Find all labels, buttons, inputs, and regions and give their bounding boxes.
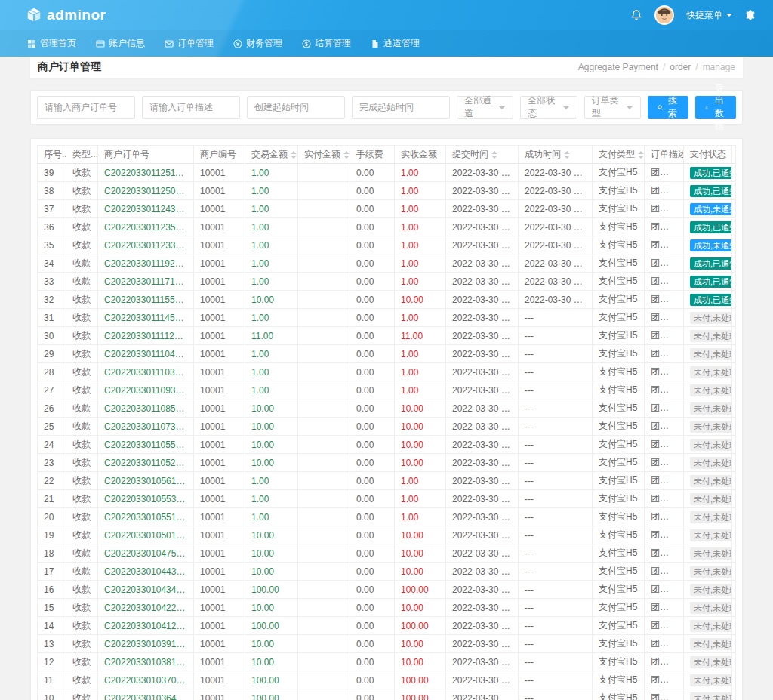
cell-pay-type: 支付宝H5 [593, 454, 645, 472]
cell-type: 收款 [66, 327, 98, 345]
cell-seq: 24 [38, 436, 66, 454]
notification-bell-icon[interactable] [630, 9, 642, 21]
channel-select-value: 全部通道 [464, 94, 498, 120]
cell-seq: 13 [38, 635, 66, 653]
merchant-order-no-input[interactable] [37, 96, 135, 119]
cell-order-no: C20220330111558254035 [98, 291, 194, 309]
cell-type: 收款 [66, 472, 98, 490]
cell-fee: 0.00 [350, 617, 395, 635]
cell-success-time: --- [519, 418, 593, 436]
cell-amount: 10.00 [245, 635, 298, 653]
cell-pay-type: 支付宝H5 [593, 472, 645, 490]
cell-success-time: --- [519, 671, 593, 689]
cell-seq: 31 [38, 309, 66, 327]
cell-paid [298, 617, 350, 635]
table-row: 18收款C202203301047575153151000110.000.001… [38, 544, 736, 563]
sort-icon[interactable] [291, 151, 297, 159]
cell-status: 未付,未处理 [684, 363, 732, 381]
cell-desc: 团购商品 [645, 617, 684, 635]
quick-menu-dropdown[interactable]: 快捷菜单 [686, 9, 732, 22]
cell-desc: 团购商品 [645, 472, 684, 490]
breadcrumb-root[interactable]: Aggregate Payment [578, 62, 658, 72]
cell-merchant-no: 10001 [194, 218, 245, 236]
cell-submit-time: 2022-03-30 11:23:59 [446, 218, 519, 236]
cell-pay-type: 支付宝H5 [593, 291, 645, 309]
cell-pay-type: 支付宝H5 [593, 635, 645, 653]
chevron-down-icon [498, 106, 506, 109]
cell-fee: 0.00 [350, 399, 395, 418]
cell-filler [732, 599, 736, 617]
breadcrumb-section[interactable]: order [670, 62, 691, 72]
nav-item-channel[interactable]: 通道管理 [369, 30, 421, 57]
sort-icon[interactable] [491, 151, 497, 159]
cell-merchant-no: 10001 [194, 563, 245, 581]
order-desc-input[interactable] [142, 96, 240, 119]
cell-received: 10.00 [395, 544, 446, 563]
nav-item-home[interactable]: 管理首页 [26, 30, 78, 57]
brand-logo[interactable]: adminor [26, 7, 106, 23]
cell-desc: 团购商品 [645, 454, 684, 472]
col-order-desc: 订单描述 [645, 146, 684, 164]
nav-item-finance[interactable]: 财务管理 [232, 30, 284, 57]
col-submit-time[interactable]: 提交时间 [446, 146, 519, 164]
col-received: 实收金额 [395, 146, 446, 164]
cell-filler [732, 182, 736, 200]
cell-merchant-no: 10001 [194, 273, 245, 291]
col-paid-amount[interactable]: 实付金额 [298, 146, 350, 164]
table-row: 33收款C20220330111713665680100011.000.001.… [38, 273, 736, 291]
cell-seq: 33 [38, 273, 66, 291]
cell-filler [732, 291, 736, 309]
cell-desc: 团购商品 [645, 526, 684, 544]
settlement-dollar-icon [302, 39, 311, 48]
table-row: 22收款C20220330105610451005100011.000.001.… [38, 472, 736, 490]
sort-icon[interactable] [564, 151, 570, 159]
nav-item-orders[interactable]: 订单管理 [163, 30, 215, 57]
cell-desc: 团购商品 [645, 581, 684, 599]
search-button[interactable]: 搜索 [648, 96, 688, 119]
finish-time-input[interactable] [352, 96, 450, 119]
cell-desc: 团购商品 [645, 218, 684, 236]
cell-filler [732, 273, 736, 291]
status-badge: 未付,未处理 [690, 584, 732, 596]
cell-received: 10.00 [395, 635, 446, 653]
create-time-input[interactable] [247, 96, 345, 119]
table-row: 13收款C202203301039175010891000110.000.001… [38, 635, 736, 653]
cell-filler [732, 526, 736, 544]
cell-received: 10.00 [395, 418, 446, 436]
export-data-button[interactable]: 导出数据 [695, 96, 736, 119]
channel-select[interactable]: 全部通道 [457, 96, 513, 119]
order-type-select[interactable]: 订单类型 [584, 96, 641, 119]
cell-filler [732, 436, 736, 454]
cell-filler [732, 381, 736, 399]
cell-status: 成功,已通知 [684, 164, 732, 182]
sort-icon[interactable] [343, 151, 350, 159]
cell-order-no: C20220330105015746892 [98, 526, 194, 544]
col-pay-type[interactable]: 支付类型 [593, 146, 645, 164]
cell-success-time: 2022-03-30 15:09:13 [519, 236, 593, 254]
col-success-time[interactable]: 成功时间 [519, 146, 593, 164]
cell-desc: 团购商品 [645, 273, 684, 291]
user-avatar[interactable] [654, 5, 674, 25]
table-row: 10收款C2022033010364256472410001100.000.00… [38, 689, 736, 700]
col-amount[interactable]: 交易金额 [245, 146, 298, 164]
nav-item-account[interactable]: 账户信息 [94, 30, 146, 57]
cell-merchant-no: 10001 [194, 345, 245, 363]
breadcrumb-separator: / [663, 62, 665, 72]
export-button-label: 导出数据 [712, 82, 726, 133]
cell-paid [298, 218, 350, 236]
cell-desc: 团购商品 [645, 436, 684, 454]
cell-fee: 0.00 [350, 273, 395, 291]
sort-icon[interactable] [638, 151, 644, 159]
gear-icon[interactable] [744, 9, 756, 21]
cell-desc: 团购商品 [645, 490, 684, 508]
cell-pay-type: 支付宝H5 [593, 526, 645, 544]
table-row: 15收款C202203301042255171501000110.000.001… [38, 599, 736, 617]
nav-item-settlement[interactable]: 结算管理 [300, 30, 353, 57]
nav-item-label: 通道管理 [383, 37, 420, 50]
cell-submit-time: 2022-03-30 10:38:19 [446, 653, 519, 671]
cell-success-time: 2022-03-30 14:50:55 [519, 182, 593, 200]
cell-pay-type: 支付宝H5 [593, 327, 645, 345]
cell-order-no: C20220330103707487510 [98, 671, 194, 689]
status-select[interactable]: 全部状态 [520, 96, 577, 119]
cell-paid [298, 599, 350, 617]
